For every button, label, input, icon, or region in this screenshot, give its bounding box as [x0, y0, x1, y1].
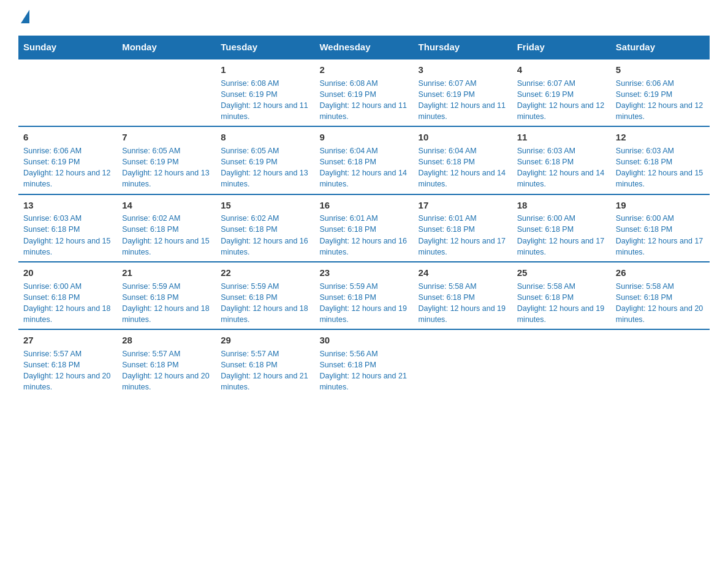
day-info: Sunrise: 6:04 AM Sunset: 6:18 PM Dayligh…: [319, 145, 408, 190]
day-number: 25: [517, 266, 606, 280]
day-info: Sunrise: 5:58 AM Sunset: 6:18 PM Dayligh…: [616, 281, 705, 326]
calendar-cell: 2Sunrise: 6:08 AM Sunset: 6:19 PM Daylig…: [314, 59, 413, 126]
day-info: Sunrise: 5:57 AM Sunset: 6:18 PM Dayligh…: [23, 348, 112, 393]
day-number: 26: [616, 266, 705, 280]
day-info: Sunrise: 6:00 AM Sunset: 6:18 PM Dayligh…: [517, 213, 606, 258]
day-number: 14: [122, 199, 211, 212]
calendar-week-row: 1Sunrise: 6:08 AM Sunset: 6:19 PM Daylig…: [18, 59, 710, 126]
day-info: Sunrise: 5:56 AM Sunset: 6:18 PM Dayligh…: [319, 348, 408, 393]
calendar-week-row: 13Sunrise: 6:03 AM Sunset: 6:18 PM Dayli…: [18, 194, 710, 262]
day-info: Sunrise: 6:06 AM Sunset: 6:19 PM Dayligh…: [616, 78, 705, 123]
day-of-week-header: Tuesday: [216, 36, 314, 59]
calendar-cell: 20Sunrise: 6:00 AM Sunset: 6:18 PM Dayli…: [18, 262, 117, 329]
calendar-cell: 28Sunrise: 5:57 AM Sunset: 6:18 PM Dayli…: [117, 329, 216, 396]
day-info: Sunrise: 6:05 AM Sunset: 6:19 PM Dayligh…: [221, 145, 309, 190]
day-number: 30: [319, 334, 408, 347]
day-info: Sunrise: 6:04 AM Sunset: 6:18 PM Dayligh…: [419, 145, 507, 190]
day-info: Sunrise: 5:57 AM Sunset: 6:18 PM Dayligh…: [221, 348, 309, 393]
day-number: 2: [319, 63, 408, 77]
calendar-cell: 13Sunrise: 6:03 AM Sunset: 6:18 PM Dayli…: [18, 194, 117, 262]
day-of-week-header: Friday: [512, 36, 611, 59]
day-number: 27: [23, 334, 112, 347]
day-info: Sunrise: 5:59 AM Sunset: 6:18 PM Dayligh…: [221, 281, 309, 326]
calendar-cell: 17Sunrise: 6:01 AM Sunset: 6:18 PM Dayli…: [414, 194, 512, 262]
day-info: Sunrise: 5:59 AM Sunset: 6:18 PM Dayligh…: [319, 281, 408, 326]
calendar-cell: 14Sunrise: 6:02 AM Sunset: 6:18 PM Dayli…: [117, 194, 216, 262]
calendar-header-row: SundayMondayTuesdayWednesdayThursdayFrid…: [18, 36, 710, 59]
day-of-week-header: Wednesday: [314, 36, 413, 59]
day-info: Sunrise: 6:03 AM Sunset: 6:18 PM Dayligh…: [23, 213, 112, 258]
day-number: 22: [221, 266, 309, 280]
day-info: Sunrise: 6:07 AM Sunset: 6:19 PM Dayligh…: [517, 78, 606, 123]
calendar-cell: 1Sunrise: 6:08 AM Sunset: 6:19 PM Daylig…: [216, 59, 314, 126]
day-of-week-header: Saturday: [611, 36, 710, 59]
day-number: 23: [319, 266, 408, 280]
day-info: Sunrise: 6:06 AM Sunset: 6:19 PM Dayligh…: [23, 145, 112, 190]
day-info: Sunrise: 6:00 AM Sunset: 6:18 PM Dayligh…: [616, 213, 705, 258]
calendar-cell: 24Sunrise: 5:58 AM Sunset: 6:18 PM Dayli…: [414, 262, 512, 329]
day-of-week-header: Sunday: [18, 36, 117, 59]
calendar-week-row: 20Sunrise: 6:00 AM Sunset: 6:18 PM Dayli…: [18, 262, 710, 329]
day-of-week-header: Thursday: [414, 36, 512, 59]
calendar-cell: 21Sunrise: 5:59 AM Sunset: 6:18 PM Dayli…: [117, 262, 216, 329]
day-number: 6: [23, 131, 112, 144]
calendar-cell: 9Sunrise: 6:04 AM Sunset: 6:18 PM Daylig…: [314, 126, 413, 194]
day-info: Sunrise: 6:03 AM Sunset: 6:18 PM Dayligh…: [517, 145, 606, 190]
day-info: Sunrise: 6:00 AM Sunset: 6:18 PM Dayligh…: [23, 281, 112, 326]
calendar-cell: 29Sunrise: 5:57 AM Sunset: 6:18 PM Dayli…: [216, 329, 314, 396]
day-number: 21: [122, 266, 211, 280]
day-number: 28: [122, 334, 211, 347]
day-info: Sunrise: 5:58 AM Sunset: 6:18 PM Dayligh…: [419, 281, 507, 326]
day-number: 11: [517, 131, 606, 144]
day-info: Sunrise: 6:01 AM Sunset: 6:18 PM Dayligh…: [319, 213, 408, 258]
calendar-cell: 26Sunrise: 5:58 AM Sunset: 6:18 PM Dayli…: [611, 262, 710, 329]
calendar-cell: [18, 59, 117, 126]
calendar-cell: 10Sunrise: 6:04 AM Sunset: 6:18 PM Dayli…: [414, 126, 512, 194]
day-info: Sunrise: 6:07 AM Sunset: 6:19 PM Dayligh…: [419, 78, 507, 123]
calendar-cell: 18Sunrise: 6:00 AM Sunset: 6:18 PM Dayli…: [512, 194, 611, 262]
calendar-cell: 8Sunrise: 6:05 AM Sunset: 6:19 PM Daylig…: [216, 126, 314, 194]
day-number: 10: [419, 131, 507, 144]
calendar-cell: [512, 329, 611, 396]
day-number: 8: [221, 131, 309, 144]
day-info: Sunrise: 6:02 AM Sunset: 6:18 PM Dayligh…: [221, 213, 309, 258]
calendar-cell: 22Sunrise: 5:59 AM Sunset: 6:18 PM Dayli…: [216, 262, 314, 329]
calendar-cell: 5Sunrise: 6:06 AM Sunset: 6:19 PM Daylig…: [611, 59, 710, 126]
calendar-cell: 15Sunrise: 6:02 AM Sunset: 6:18 PM Dayli…: [216, 194, 314, 262]
day-number: 20: [23, 266, 112, 280]
day-info: Sunrise: 5:57 AM Sunset: 6:18 PM Dayligh…: [122, 348, 211, 393]
day-number: 12: [616, 131, 705, 144]
day-info: Sunrise: 6:05 AM Sunset: 6:19 PM Dayligh…: [122, 145, 211, 190]
day-info: Sunrise: 5:59 AM Sunset: 6:18 PM Dayligh…: [122, 281, 211, 326]
calendar-cell: 19Sunrise: 6:00 AM Sunset: 6:18 PM Dayli…: [611, 194, 710, 262]
day-number: 17: [419, 199, 507, 212]
calendar-cell: 3Sunrise: 6:07 AM Sunset: 6:19 PM Daylig…: [414, 59, 512, 126]
calendar-cell: 6Sunrise: 6:06 AM Sunset: 6:19 PM Daylig…: [18, 126, 117, 194]
day-info: Sunrise: 6:01 AM Sunset: 6:18 PM Dayligh…: [419, 213, 507, 258]
calendar-cell: 16Sunrise: 6:01 AM Sunset: 6:18 PM Dayli…: [314, 194, 413, 262]
day-info: Sunrise: 6:08 AM Sunset: 6:19 PM Dayligh…: [221, 78, 309, 123]
logo: [18, 12, 29, 23]
calendar-table: SundayMondayTuesdayWednesdayThursdayFrid…: [18, 36, 710, 396]
day-number: 1: [221, 63, 309, 77]
calendar-cell: 7Sunrise: 6:05 AM Sunset: 6:19 PM Daylig…: [117, 126, 216, 194]
calendar-cell: [414, 329, 512, 396]
day-number: 29: [221, 334, 309, 347]
day-number: 16: [319, 199, 408, 212]
calendar-cell: 23Sunrise: 5:59 AM Sunset: 6:18 PM Dayli…: [314, 262, 413, 329]
calendar-cell: [117, 59, 216, 126]
day-number: 3: [419, 63, 507, 77]
day-info: Sunrise: 5:58 AM Sunset: 6:18 PM Dayligh…: [517, 281, 606, 326]
day-info: Sunrise: 6:02 AM Sunset: 6:18 PM Dayligh…: [122, 213, 211, 258]
day-number: 18: [517, 199, 606, 212]
calendar-cell: 11Sunrise: 6:03 AM Sunset: 6:18 PM Dayli…: [512, 126, 611, 194]
day-number: 5: [616, 63, 705, 77]
day-number: 13: [23, 199, 112, 212]
calendar-cell: [611, 329, 710, 396]
day-number: 7: [122, 131, 211, 144]
calendar-cell: 30Sunrise: 5:56 AM Sunset: 6:18 PM Dayli…: [314, 329, 413, 396]
day-number: 9: [319, 131, 408, 144]
day-of-week-header: Monday: [117, 36, 216, 59]
day-number: 15: [221, 199, 309, 212]
calendar-cell: 4Sunrise: 6:07 AM Sunset: 6:19 PM Daylig…: [512, 59, 611, 126]
